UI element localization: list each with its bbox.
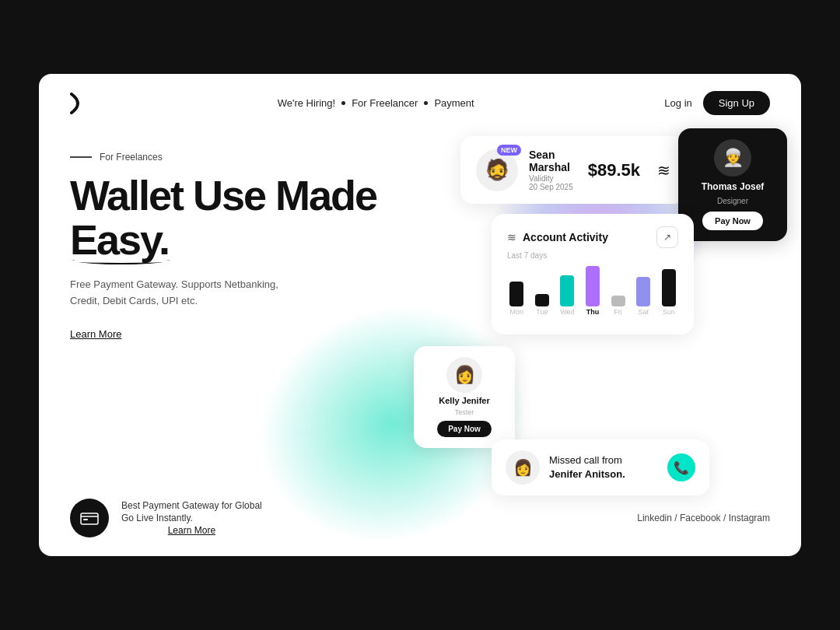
sean-name: Sean Marshal	[529, 149, 577, 173]
social-sep-1: /	[674, 513, 680, 523]
bar-fri-label: Fri	[614, 308, 622, 316]
social-sep-2: /	[723, 513, 729, 523]
phone-button[interactable]: 📞	[667, 453, 695, 481]
bar-wed-bar	[560, 275, 574, 306]
bar-thu-bar	[586, 266, 600, 306]
thomas-pay-button[interactable]: Pay Now	[702, 212, 763, 230]
hero-title-wave: Easy.	[70, 218, 169, 262]
thomas-avatar: 👳	[714, 139, 751, 177]
login-button[interactable]: Log in	[664, 97, 691, 109]
activity-icon: ≋	[507, 231, 516, 243]
missed-call-card: 👩 Missed call from Jenifer Anitson. 📞	[492, 439, 709, 495]
footer-text-block: Best Payment Gateway for Global Go Live …	[121, 500, 262, 536]
bar-fri: Fri	[608, 296, 628, 316]
sean-avatar: 🧔	[476, 149, 518, 191]
bar-tue: Tue	[533, 294, 552, 316]
bar-fri-bar	[611, 296, 625, 306]
kelly-card: 👩 Kelly Jenifer Tester Pay Now	[414, 346, 515, 448]
missed-text: Missed call from Jenifer Anitson.	[549, 453, 658, 481]
sean-badge: NEW	[497, 145, 521, 156]
bar-sun-label: Sun	[663, 308, 675, 316]
wave-icon: ≋	[657, 161, 670, 180]
bar-thu: Thu	[583, 266, 603, 316]
eyebrow-line	[70, 156, 92, 158]
activity-header: ≋ Account Activity ↗	[507, 226, 678, 248]
sean-card: 🧔 NEW Sean Marshal Validity 20 Sep 2025 …	[460, 136, 686, 204]
instagram-link[interactable]: Instagram	[729, 513, 770, 523]
sean-info: Sean Marshal Validity 20 Sep 2025	[529, 149, 577, 191]
kelly-role: Tester	[455, 408, 474, 416]
svg-rect-0	[81, 513, 98, 524]
hero-title: Wallet Use Made Easy.	[70, 173, 397, 261]
footer-left: Best Payment Gateway for Global Go Live …	[70, 499, 262, 537]
bar-sun-bar	[662, 269, 676, 306]
activity-title: Account Activity	[523, 231, 608, 243]
activity-card: ≋ Account Activity ↗ Last 7 days Mon Tue…	[492, 214, 694, 334]
kelly-pay-button[interactable]: Pay Now	[437, 421, 492, 437]
hero-section: For Freelances Wallet Use Made Easy. Fre…	[70, 152, 397, 341]
activity-arrow-button[interactable]: ↗	[656, 226, 678, 248]
activity-subtitle: Last 7 days	[507, 251, 678, 260]
bar-wed: Wed	[558, 275, 577, 316]
nav-hiring[interactable]: We're Hiring!	[278, 97, 335, 109]
activity-title-wrap: ≋ Account Activity	[507, 231, 608, 243]
hero-title-line1: Wallet Use Made	[70, 173, 397, 218]
bar-sat: Sat	[634, 277, 653, 316]
nav-actions: Log in Sign Up	[664, 91, 770, 115]
sean-amount: $89.5k	[588, 160, 640, 180]
nav-dot-1	[341, 101, 345, 105]
nav-dot-2	[424, 101, 428, 105]
eyebrow-label: For Freelances	[100, 152, 163, 163]
bar-tue-bar	[535, 294, 549, 306]
thomas-card: 👳 Thomas Josef Designer Pay Now	[678, 128, 787, 241]
page-wrapper: We're Hiring! For Freelancer Payment Log…	[39, 74, 801, 556]
sean-avatar-wrap: 🧔 NEW	[476, 149, 518, 191]
thomas-name: Thomas Josef	[702, 181, 765, 192]
navbar: We're Hiring! For Freelancer Payment Log…	[39, 74, 801, 132]
sean-label: Validity	[529, 174, 577, 183]
svg-rect-2	[83, 519, 88, 520]
hero-learn-more-button[interactable]: Learn More	[70, 328, 121, 340]
missed-avatar: 👩	[506, 450, 540, 485]
nav-payment[interactable]: Payment	[434, 97, 474, 109]
logo-icon	[70, 93, 87, 114]
facebook-link[interactable]: Facebook	[680, 513, 721, 523]
thomas-role: Designer	[717, 197, 748, 205]
footer-learn-more-button[interactable]: Learn More	[121, 525, 262, 536]
bar-sun: Sun	[659, 269, 678, 316]
bar-sat-bar	[636, 277, 650, 306]
bar-wed-label: Wed	[560, 308, 574, 316]
nav-freelancer[interactable]: For Freelancer	[352, 97, 418, 109]
bar-mon-bar	[509, 282, 523, 306]
bar-sat-label: Sat	[638, 308, 649, 316]
footer-text2: Go Live Instantly.	[121, 513, 262, 523]
nav-links: We're Hiring! For Freelancer Payment	[278, 97, 474, 109]
kelly-name: Kelly Jenifer	[439, 396, 489, 405]
sean-date: 20 Sep 2025	[529, 183, 577, 191]
footer-text1: Best Payment Gateway for Global	[121, 500, 262, 511]
bar-chart: Mon Tue Wed Thu Fri	[507, 269, 678, 316]
hero-subtitle: Free Payment Gateway. Supports Netbankin…	[70, 277, 397, 310]
hero-title-line2: Easy.	[70, 218, 397, 262]
footer-badge	[70, 499, 109, 537]
bar-tue-label: Tue	[536, 308, 548, 316]
bar-thu-label: Thu	[586, 308, 600, 316]
eyebrow: For Freelances	[70, 152, 397, 163]
footer-social: Linkedin / Facebook / Instagram	[637, 513, 770, 523]
kelly-avatar: 👩	[446, 357, 482, 393]
bar-mon: Mon	[507, 282, 527, 316]
footer: Best Payment Gateway for Global Go Live …	[70, 499, 770, 537]
bar-mon-label: Mon	[510, 308, 524, 316]
signup-button[interactable]: Sign Up	[703, 91, 770, 115]
linkedin-link[interactable]: Linkedin	[637, 513, 672, 523]
